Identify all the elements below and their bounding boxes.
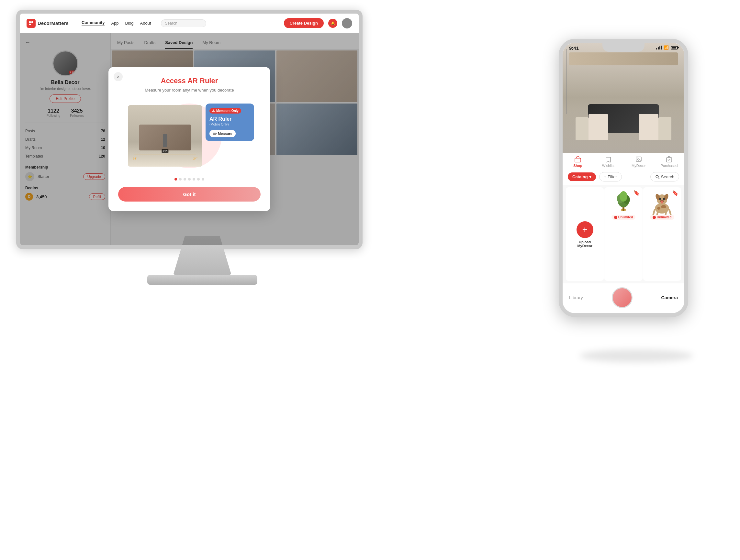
- wifi-icon: 📶: [664, 45, 669, 50]
- catalog-button[interactable]: Catalog ▾: [568, 173, 596, 181]
- ar-card-subtitle: (Mobile Only): [209, 123, 250, 126]
- bookmark-icon-1[interactable]: 🔖: [634, 190, 640, 196]
- svg-line-30: [669, 210, 671, 215]
- battery-icon: [671, 46, 678, 49]
- desktop-monitor: DecorMatters Community App Blog About Se…: [16, 10, 388, 295]
- product-image-1: [612, 191, 635, 215]
- product-badge-2: Unlimited: [650, 215, 674, 220]
- unlimited-icon-1: [614, 216, 617, 219]
- svg-rect-2: [29, 24, 31, 25]
- tab-wishlist[interactable]: Wishlist: [593, 155, 624, 167]
- website-content: DecorMatters Community App Blog About Se…: [20, 14, 359, 245]
- bottom-tabs: Shop Wishlist: [563, 153, 684, 169]
- camera-shutter-button[interactable]: [612, 287, 633, 308]
- purchased-label: Purchased: [661, 164, 678, 167]
- product-image-2: [651, 191, 673, 215]
- status-icons: 📶: [656, 45, 678, 50]
- got-it-button[interactable]: Got it: [118, 187, 261, 202]
- phone-content: 9:41 📶: [563, 43, 684, 313]
- dot-7[interactable]: [202, 178, 204, 181]
- modal-visual: 22" 24" 24" ⚠ Members Only AR R: [118, 100, 261, 172]
- ar-ruler-modal: × Access AR Ruler Measure your room anyt…: [108, 67, 270, 211]
- svg-line-29: [665, 212, 666, 215]
- svg-point-23: [659, 198, 661, 200]
- svg-point-31: [661, 205, 666, 208]
- dot-2[interactable]: [179, 178, 182, 181]
- mydecor-icon: [635, 155, 643, 163]
- modal-title-plain: Access: [161, 77, 187, 85]
- modal-subtitle: Measure your room anytime when you decor…: [118, 88, 261, 93]
- room-preview: 22" 24" 24": [128, 105, 202, 166]
- product-badge-1: Unlimited: [612, 215, 636, 220]
- monitor-screen: DecorMatters Community App Blog About Se…: [16, 10, 363, 249]
- modal-overlay: × Access AR Ruler Measure your room anyt…: [20, 33, 359, 245]
- shop-icon: [574, 155, 582, 163]
- hero-image: [563, 43, 684, 153]
- svg-rect-0: [29, 21, 31, 23]
- notification-icon[interactable]: 🔔: [328, 19, 337, 28]
- camera-bar: Library Camera: [563, 284, 684, 313]
- svg-point-18: [620, 191, 627, 202]
- measure-button[interactable]: Measure: [209, 130, 236, 137]
- tab-purchased[interactable]: Purchased: [654, 155, 684, 167]
- library-label[interactable]: Library: [569, 295, 583, 300]
- ar-ruler-card: ⚠ Members Only AR Ruler (Mobile Only) Me…: [205, 104, 254, 141]
- svg-point-26: [661, 201, 663, 204]
- ar-card-title: AR Ruler: [209, 116, 250, 122]
- nav-community[interactable]: Community: [82, 20, 105, 26]
- dot-3[interactable]: [184, 178, 186, 181]
- upload-plus-icon: +: [576, 221, 593, 238]
- status-time: 9:41: [569, 45, 579, 51]
- header-right: Create Design 🔔: [284, 18, 352, 28]
- dot-4[interactable]: [188, 178, 191, 181]
- website-header: DecorMatters Community App Blog About Se…: [20, 14, 359, 33]
- svg-point-32: [657, 207, 660, 210]
- create-design-button[interactable]: Create Design: [284, 18, 324, 28]
- nav-about[interactable]: About: [140, 21, 151, 25]
- purchased-icon: [665, 155, 673, 163]
- product-item-2: 🔖: [643, 187, 681, 281]
- unlimited-text-2: Unlimited: [657, 215, 672, 219]
- svg-line-28: [657, 212, 658, 215]
- search-button[interactable]: Search: [650, 172, 679, 182]
- nav-blog[interactable]: Blog: [125, 21, 134, 25]
- modal-close-button[interactable]: ×: [114, 72, 123, 81]
- modal-title-highlight: AR Ruler: [187, 77, 218, 85]
- logo-icon: [26, 19, 35, 28]
- brand-name: DecorMatters: [37, 20, 69, 26]
- bookmark-icon-2[interactable]: 🔖: [672, 190, 678, 196]
- catalog-chevron: ▾: [589, 175, 591, 179]
- product-item-1: 🔖: [605, 187, 642, 281]
- user-avatar[interactable]: [342, 18, 352, 28]
- shop-label: Shop: [573, 164, 582, 167]
- svg-rect-7: [575, 158, 581, 162]
- wishlist-icon: [605, 155, 612, 163]
- measure-label: Measure: [218, 132, 233, 135]
- carousel-dots: [118, 178, 261, 181]
- svg-rect-1: [31, 21, 33, 23]
- wishlist-label: Wishlist: [602, 164, 615, 167]
- dot-5[interactable]: [193, 178, 195, 181]
- members-only-text: Members Only: [216, 109, 239, 113]
- nav-app[interactable]: App: [111, 21, 118, 25]
- logo-area: DecorMatters: [26, 19, 69, 28]
- signal-icon: [656, 45, 662, 49]
- phone-shadow: [580, 349, 693, 362]
- upload-mydecor-cell[interactable]: + Upload MyDecor: [566, 187, 604, 281]
- dot-6[interactable]: [197, 178, 200, 181]
- svg-line-12: [658, 178, 659, 179]
- phone-shell: 9:41 📶: [559, 39, 688, 317]
- mydecor-label: MyDecor: [632, 164, 646, 167]
- tab-shop[interactable]: Shop: [563, 155, 593, 167]
- upload-label: Upload MyDecor: [577, 240, 592, 248]
- filter-button[interactable]: + Filter: [599, 172, 622, 182]
- tab-mydecor[interactable]: MyDecor: [624, 155, 654, 167]
- svg-rect-8: [636, 157, 641, 161]
- dot-1[interactable]: [175, 178, 177, 181]
- monitor-base: [147, 275, 257, 285]
- main-nav: Community App Blog About: [82, 20, 151, 26]
- product-grid: + Upload MyDecor 🔖: [563, 185, 684, 284]
- mobile-phone: 9:41 📶: [559, 39, 714, 356]
- search-input[interactable]: Search: [161, 19, 206, 27]
- camera-label: Camera: [661, 295, 678, 300]
